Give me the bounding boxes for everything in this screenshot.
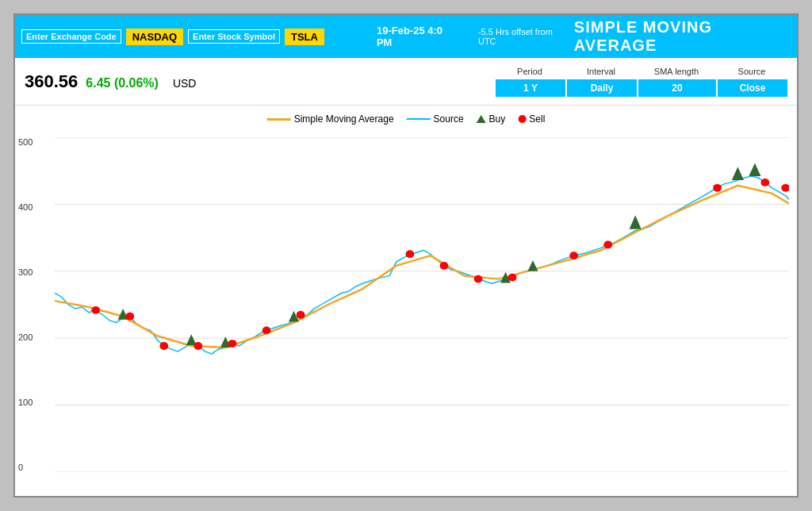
svg-text:1/25: 1/25 <box>331 495 337 496</box>
source-button[interactable]: Close <box>718 79 787 97</box>
sma-line-icon <box>267 118 291 121</box>
exchange-label: Enter Exchange Code <box>21 29 121 44</box>
svg-text:7/24: 7/24 <box>178 495 183 496</box>
sell-marker-9 <box>440 262 449 270</box>
y-label-0: 0 <box>18 463 33 472</box>
source-line-icon <box>407 118 431 120</box>
legend-sell-label: Sell <box>529 113 545 125</box>
svg-text:3/24: 3/24 <box>75 495 81 496</box>
legend-buy-label: Buy <box>489 113 506 125</box>
sell-icon <box>518 115 526 123</box>
svg-text:2/25: 2/25 <box>357 495 362 496</box>
header-bar: Enter Exchange Code NASDAQ Enter Stock S… <box>15 15 797 58</box>
symbol-label: Enter Stock Symbol <box>188 29 280 44</box>
sell-marker-14 <box>713 184 722 192</box>
legend-buy: Buy <box>477 113 506 125</box>
datetime-text: 19-Feb-25 4:0 PM <box>377 25 458 48</box>
price-display: 360.56 <box>25 71 78 92</box>
source-label: Source <box>716 67 787 76</box>
chart-svg-container <box>55 137 789 472</box>
sell-marker-5 <box>228 340 237 348</box>
sma-line <box>55 186 789 348</box>
currency-display: USD <box>173 77 197 90</box>
sell-marker-3 <box>159 342 168 350</box>
x-axis-container: 2/24 3/24 4/24 5/24 6/24 7/24 8/24 9/24 … <box>55 474 789 496</box>
buy-marker-7 <box>630 215 642 229</box>
svg-text:10/24: 10/24 <box>255 495 260 496</box>
controls-values: 1 Y Daily 20 Close <box>496 79 787 97</box>
interval-label: Interval <box>565 67 637 76</box>
sell-marker-12 <box>569 252 578 259</box>
sell-marker-16 <box>781 184 789 192</box>
sell-marker-15 <box>760 179 769 186</box>
sell-marker-6 <box>262 326 271 334</box>
y-label-200: 200 <box>18 332 33 342</box>
chart-legend: Simple Moving Average Source Buy Sell <box>267 113 546 125</box>
buy-marker-8 <box>732 167 744 180</box>
svg-text:5/24: 5/24 <box>127 495 132 496</box>
period-label: Period <box>494 67 565 76</box>
sell-marker-8 <box>406 250 415 258</box>
offset-text: -5.5 Hrs offset from UTC <box>478 27 569 46</box>
sell-marker-2 <box>125 313 134 321</box>
svg-text:8/24: 8/24 <box>204 495 209 496</box>
legend-sma: Simple Moving Average <box>267 113 394 125</box>
svg-text:9/24: 9/24 <box>229 495 235 496</box>
change-display: 6.45 (0.06%) <box>86 76 159 90</box>
y-label-400: 400 <box>18 202 33 212</box>
chart-svg <box>55 137 789 472</box>
sub-header: 360.56 6.45 (0.06%) USD Period Interval … <box>15 58 797 106</box>
chart-area: Simple Moving Average Source Buy Sell 50… <box>15 106 797 496</box>
buy-marker-9 <box>749 163 760 176</box>
svg-text:12/24: 12/24 <box>306 495 312 496</box>
sell-marker-4 <box>194 342 203 350</box>
sell-marker-10 <box>474 275 483 283</box>
svg-text:6/24: 6/24 <box>152 495 158 496</box>
buy-marker-6 <box>528 260 538 271</box>
source-line <box>55 176 789 354</box>
y-label-300: 300 <box>18 267 33 277</box>
legend-sell: Sell <box>518 113 545 125</box>
y-axis-labels: 500 400 300 200 100 0 <box>18 137 33 472</box>
controls-labels: Period Interval SMA length Source <box>494 67 787 76</box>
page-title: SIMPLE MOVING AVERAGE <box>574 18 791 55</box>
sell-marker-7 <box>297 311 305 319</box>
period-button[interactable]: 1 Y <box>496 79 565 97</box>
exchange-value[interactable]: NASDAQ <box>126 29 183 45</box>
legend-source-label: Source <box>434 113 464 125</box>
svg-text:11/24: 11/24 <box>281 495 286 496</box>
sell-marker-13 <box>603 241 612 249</box>
main-container: Enter Exchange Code NASDAQ Enter Stock S… <box>13 13 799 498</box>
sell-marker-1 <box>91 306 100 314</box>
sell-marker-11 <box>508 274 517 282</box>
y-label-500: 500 <box>18 137 33 147</box>
sma-button[interactable]: 20 <box>638 79 716 97</box>
sma-label: SMA length <box>637 67 716 76</box>
controls-panel: Period Interval SMA length Source 1 Y Da… <box>494 67 787 97</box>
symbol-value[interactable]: TSLA <box>285 29 324 45</box>
interval-button[interactable]: Daily <box>567 79 637 97</box>
legend-sma-label: Simple Moving Average <box>294 113 394 125</box>
price-info: 360.56 6.45 (0.06%) USD <box>25 71 196 92</box>
y-label-100: 100 <box>18 398 33 407</box>
buy-icon <box>477 115 486 123</box>
x-axis-svg: 2/24 3/24 4/24 5/24 6/24 7/24 8/24 9/24 … <box>55 474 789 496</box>
legend-source: Source <box>407 113 464 125</box>
svg-text:4/24: 4/24 <box>101 495 106 496</box>
svg-text:2/24: 2/24 <box>55 495 56 496</box>
